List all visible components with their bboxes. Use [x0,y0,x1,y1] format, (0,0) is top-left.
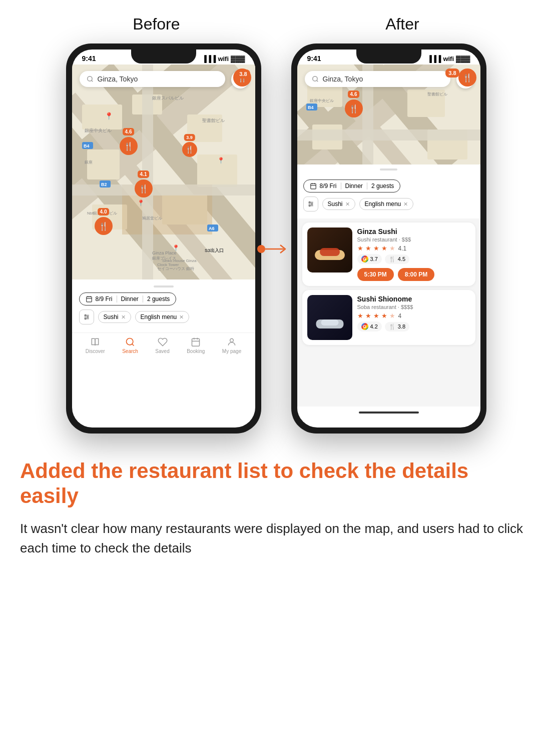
home-indicator [359,412,419,414]
nav-booking[interactable]: Booking [187,337,205,354]
svg-rect-15 [72,184,255,196]
before-label: Before [133,15,180,34]
ginza-sushi-info: Ginza Sushi Sushi restaurant · $$$ ★ ★ ★… [357,228,470,281]
loc-pin-4: 📍 [172,244,180,252]
after-phone: 9:41 ▐▐▐ wifi ▓▓▓ [291,44,486,434]
nav-mypage[interactable]: My page [222,337,241,354]
shionome-type: Soba restaurant · $$$$ [357,304,470,310]
ginza-sushi-img [307,228,352,272]
after-signal-icon: ▐▐▐ [427,55,441,62]
svg-rect-67 [297,130,480,140]
after-phone-notch [356,50,421,64]
restaurant-card-2[interactable]: Sushi Shionome Soba restaurant · $$$$ ★ … [302,290,475,345]
scroll-handle-area [297,164,480,174]
after-sliders-icon [307,200,314,208]
google-icon: G [361,256,368,262]
nav-search[interactable]: Search [122,337,138,354]
svg-point-73 [312,76,317,81]
before-nav-bar: Discover Search Saved [72,332,255,360]
after-wifi-icon: wifi [443,55,454,62]
map-pin-4: 🍴 4.0 [95,217,113,235]
before-bottom-panel: 8/9 Fri Dinner 2 guests [72,280,255,332]
before-menu-x[interactable]: ✕ [179,314,184,320]
body-text: It wasn't clear how many restaurants wer… [20,519,532,558]
after-home-bar [297,406,480,418]
after-tags-row: Sushi ✕ English menu ✕ [303,196,474,212]
svg-rect-9 [87,150,120,180]
after-search-bar[interactable]: Ginza, Tokyo [305,71,450,87]
ginza-sushi-stars-row: ★ ★ ★ ★ ★ 4.1 [357,244,470,252]
shionome-info: Sushi Shionome Soba restaurant · $$$$ ★ … [357,295,470,340]
before-filter-icon[interactable] [79,310,94,324]
before-tags-row: Sushi ✕ English menu ✕ [79,310,248,324]
before-cuisine-x[interactable]: ✕ [121,314,126,320]
book-icon [90,337,100,347]
before-sushi-tag[interactable]: Sushi ✕ [98,311,131,323]
svg-text:鳩居堂ビル: 鳩居堂ビル [142,216,162,220]
svg-point-53 [230,338,234,342]
shionome-img [307,295,352,340]
map-svg: 銀座中央ビル 銀座スバルビル 聖書館ビル 銀座 Nbf銀座通りビル 鳩居堂ビル … [72,64,255,280]
fork-icon: 🍴 [389,256,396,262]
search-icon [87,76,94,82]
signal-icon: ▐▐▐ [202,55,216,62]
before-date-pill[interactable]: 8/9 Fri Dinner 2 guests [79,292,177,306]
after-menu-x[interactable]: ✕ [403,201,408,208]
bottom-text-section: Added the restaurant list to check the d… [0,444,552,578]
star1: ★ [357,244,363,252]
after-status-time: 9:41 [307,54,321,62]
svg-text:銀座スバルビル: 銀座スバルビル [152,96,184,100]
after-map: 銀座中央ビル 銀座スバルビル 聖書館ビル B4 Ginza, Tokyo [297,64,480,174]
time-slot-1[interactable]: 5:30 PM [357,268,394,281]
after-sushi-tag[interactable]: Sushi ✕ [322,198,355,210]
svg-point-44 [85,314,86,316]
restaurant-card-1[interactable]: Ginza Sushi Sushi restaurant · $$$ ★ ★ ★… [302,222,475,286]
before-menu-tag[interactable]: English menu ✕ [135,311,190,323]
shionome-rating-val: 4 [398,312,402,320]
before-search-bar[interactable]: Ginza, Tokyo [80,71,225,87]
star3: ★ [373,244,379,252]
after-guests: 2 guests [371,182,394,190]
svg-point-54 [257,245,265,253]
after-date-pill[interactable]: 8/9 Fri Dinner 2 guests [303,180,401,192]
search-nav-icon [125,337,135,347]
svg-rect-6 [82,104,122,130]
after-filter-icon[interactable] [303,196,318,212]
after-phone-screen: 9:41 ▐▐▐ wifi ▓▓▓ [297,50,480,428]
after-search-text: Ginza, Tokyo [323,75,443,83]
svg-text:B4: B4 [84,144,90,148]
after-label: After [385,15,419,34]
svg-text:聖書館ビル: 聖書館ビル [202,118,225,123]
svg-line-74 [316,80,318,82]
after-menu-tag[interactable]: English menu ✕ [359,198,414,210]
svg-line-48 [132,344,134,346]
shionome-rating-row: G 4.2 🍴 3.8 [357,322,470,332]
after-map-pin: 🍴 4.6 [345,100,363,118]
nav-discover[interactable]: Discover [86,337,105,354]
svg-rect-76 [310,184,316,189]
after-filter-section: 8/9 Fri Dinner 2 guests [297,174,480,218]
ginza-fork-val: 4.5 [398,256,405,262]
svg-text:聖書館ビル: 聖書館ビル [427,92,447,96]
after-menu-label: English menu [365,200,401,208]
phones-container: 9:41 ▐▐▐ wifi ▓▓▓ [0,38,552,444]
time-slot-2[interactable]: 8:00 PM [398,268,434,281]
svg-point-84 [311,204,312,204]
comparison-header: Before After [0,0,552,38]
loc-pin-2: 📍 [217,157,225,164]
ginza-sushi-name: Ginza Sushi [357,228,470,236]
before-top-rating: 3.8 [236,70,250,78]
before-map: 銀座中央ビル 銀座スバルビル 聖書館ビル 銀座 Nbf銀座通りビル 鳩居堂ビル … [72,64,255,280]
before-date: 8/9 Fri [96,296,113,302]
shionome-fork-val: 3.8 [398,324,405,330]
svg-text:銀座中央ビル: 銀座中央ビル [310,98,334,103]
nav-saved[interactable]: Saved [155,337,169,354]
svg-text:S3出入口: S3出入口 [205,248,224,253]
after-cuisine-x[interactable]: ✕ [345,201,350,208]
saved-label: Saved [155,348,169,354]
person-icon [227,337,237,347]
before-menu-label: English menu [141,314,177,320]
ginza-rating-row: G 3.7 🍴 4.5 [357,254,470,264]
svg-text:A6: A6 [209,226,215,231]
shionome-google-icon: G [361,323,368,330]
